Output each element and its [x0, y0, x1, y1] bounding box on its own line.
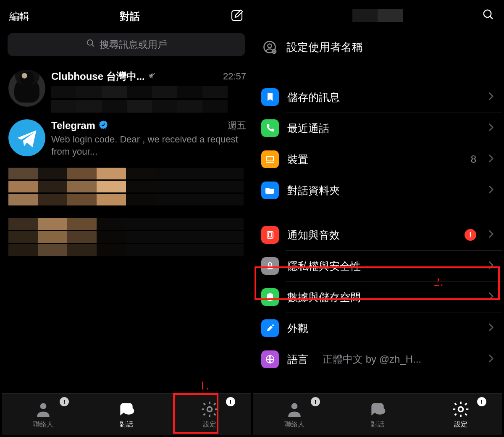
row-label: 通知與音效 [287, 228, 340, 242]
tab-contacts[interactable]: ! 聯絡人 [2, 394, 85, 435]
redacted-preview [51, 86, 228, 111]
database-icon [261, 288, 279, 306]
folder-icon [261, 182, 279, 199]
row-value: 8 [471, 153, 476, 165]
row-data-storage[interactable]: 數據與儲存空間 [253, 282, 502, 313]
verified-icon [99, 120, 108, 131]
chevron-right-icon [488, 323, 494, 334]
badge-icon: ! [226, 397, 235, 406]
search-input[interactable]: 搜尋訊息或用戶 [8, 33, 245, 56]
row-label: 隱私權與安全性 [287, 259, 361, 273]
svg-point-17 [375, 407, 386, 415]
avatar [8, 70, 45, 107]
set-username-label: 設定使用者名稱 [286, 40, 363, 55]
redacted-chat [2, 168, 251, 206]
row-label: 外觀 [287, 321, 308, 335]
tab-label: 對話 [120, 420, 133, 429]
redacted-chat [2, 218, 251, 257]
badge-icon: ! [477, 397, 486, 406]
chevron-right-icon [488, 123, 494, 134]
alert-badge-icon: ! [465, 229, 476, 241]
tab-bar: ! 聯絡人 對話 ! 設定 [253, 393, 502, 435]
lock-icon [261, 257, 279, 275]
tab-contacts[interactable]: ! 聯絡人 [253, 394, 336, 435]
row-appearance[interactable]: 外觀 [253, 313, 502, 344]
search-placeholder: 搜尋訊息或用戶 [100, 38, 167, 51]
chevron-right-icon [488, 354, 494, 365]
page-title: 對話 [120, 10, 140, 23]
row-label: 數據與儲存空間 [287, 290, 361, 304]
chevron-right-icon [488, 261, 494, 271]
row-saved-messages[interactable]: 儲存的訊息 [253, 82, 502, 113]
chevron-right-icon [488, 292, 494, 303]
svg-rect-12 [268, 266, 273, 269]
avatar [8, 119, 45, 156]
chevron-right-icon [488, 92, 494, 103]
tab-label: 設定 [203, 420, 216, 429]
tab-chats[interactable]: 對話 [85, 394, 168, 435]
chat-name: Telegram [51, 120, 95, 132]
muted-icon [148, 71, 157, 82]
tab-label: 聯絡人 [284, 420, 304, 429]
row-chat-folders[interactable]: 對話資料夾 [253, 175, 502, 206]
tab-label: 對話 [371, 420, 384, 429]
edit-button[interactable]: 編輯 [9, 10, 29, 23]
row-language[interactable]: 語言 正體中文 by @zh_H... [253, 344, 502, 375]
badge-icon: ! [311, 397, 320, 406]
tab-bar: ! 聯絡人 對話 ! 設定 [2, 393, 251, 435]
row-recent-calls[interactable]: 最近通話 [253, 113, 502, 144]
settings-panel: 設定使用者名稱 儲存的訊息 最近通話 裝置 8 對話資料夾 [251, 2, 502, 435]
row-devices[interactable]: 裝置 8 [253, 144, 502, 175]
chat-preview: Web login code. Dear , we received a req… [51, 134, 246, 158]
row-notifications[interactable]: 通知與音效 ! [253, 219, 502, 250]
brush-icon [261, 319, 279, 337]
chevron-right-icon [488, 229, 494, 240]
chat-time: 週五 [228, 119, 246, 132]
phone-icon [261, 119, 279, 137]
svg-point-5 [484, 10, 491, 18]
chevron-right-icon [488, 185, 494, 196]
svg-point-2 [40, 403, 47, 409]
row-label: 最近通話 [287, 121, 329, 135]
chat-row[interactable]: Telegram 週五 Web login code. Dear , we re… [2, 115, 251, 162]
redacted-title [352, 9, 403, 22]
badge-icon: ! [60, 397, 69, 406]
bookmark-icon [261, 88, 279, 106]
row-label: 對話資料夾 [287, 184, 340, 197]
row-value: 正體中文 by @zh_H... [323, 353, 476, 366]
chat-list: Clubhouse 台灣中... 22:57 [2, 66, 251, 393]
bell-icon [261, 226, 279, 244]
search-icon [86, 39, 95, 50]
svg-point-14 [272, 324, 274, 326]
row-label: 裝置 [287, 153, 308, 166]
svg-point-16 [291, 403, 298, 409]
chat-time: 22:57 [223, 71, 246, 82]
settings-header [253, 2, 502, 29]
chat-row[interactable]: Clubhouse 台灣中... 22:57 [2, 66, 251, 115]
svg-rect-11 [268, 233, 272, 237]
svg-point-1 [87, 40, 92, 45]
laptop-icon [261, 150, 279, 168]
chat-name: Clubhouse 台灣中... [51, 70, 145, 83]
tab-chats[interactable]: 對話 [336, 394, 419, 435]
set-username-row[interactable]: 設定使用者名稱 [253, 29, 502, 68]
svg-point-4 [207, 407, 212, 412]
row-privacy-security[interactable]: 隱私權與安全性 [253, 250, 502, 282]
tab-settings[interactable]: ! 設定 [419, 394, 502, 435]
nav-header: 編輯 對話 [2, 2, 251, 29]
tab-settings[interactable]: ! 設定 [168, 394, 251, 435]
tab-label: 設定 [454, 420, 467, 429]
chats-panel: 編輯 對話 搜尋訊息或用戶 Clubhouse 台灣中... [2, 2, 251, 435]
svg-point-18 [459, 407, 463, 412]
tab-label: 聯絡人 [33, 420, 53, 429]
svg-point-7 [268, 44, 272, 48]
svg-point-3 [123, 407, 134, 415]
chevron-right-icon [488, 154, 494, 165]
compose-icon[interactable] [230, 9, 244, 24]
svg-rect-9 [267, 156, 273, 161]
row-label: 儲存的訊息 [287, 90, 340, 104]
row-label: 語言 [287, 353, 308, 366]
search-icon[interactable] [482, 8, 495, 23]
globe-icon [261, 350, 279, 368]
